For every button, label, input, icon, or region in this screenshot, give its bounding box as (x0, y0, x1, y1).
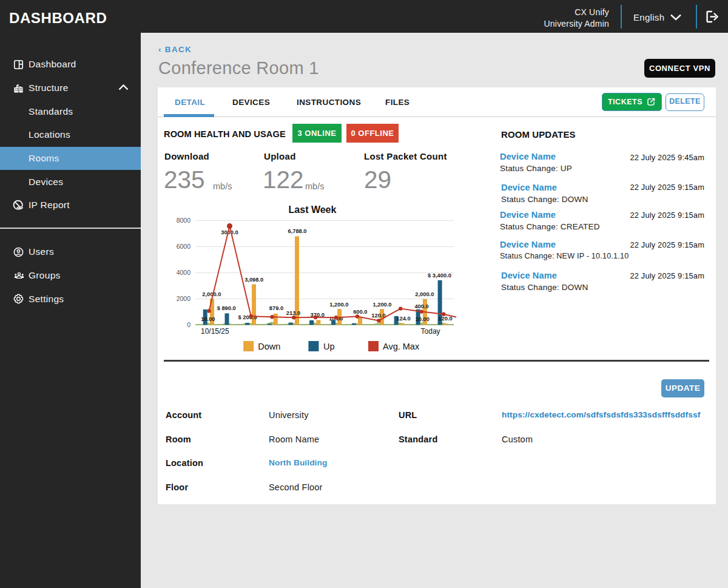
svg-text:124.0: 124.0 (396, 316, 410, 322)
svg-text:$ 3,400.0: $ 3,400.0 (428, 272, 451, 279)
svg-text:879.0: 879.0 (269, 305, 283, 311)
svg-text:10.00: 10.00 (201, 316, 215, 322)
svg-text:10/15/25: 10/15/25 (201, 327, 229, 336)
svg-text:6000: 6000 (177, 243, 191, 250)
svg-text:1,200.0: 1,200.0 (372, 302, 391, 308)
svg-text:6,788.0: 6,788.0 (288, 228, 306, 234)
svg-text:Today: Today (421, 327, 440, 336)
svg-text:3000.0: 3000.0 (221, 229, 238, 235)
svg-text:$ 200.0: $ 200.0 (238, 314, 257, 320)
svg-text:10.00: 10.00 (416, 316, 430, 322)
svg-text:0: 0 (187, 321, 190, 328)
svg-text:400.0: 400.0 (414, 303, 428, 309)
svg-text:600.0: 600.0 (353, 309, 367, 315)
svg-text:2000: 2000 (177, 295, 191, 302)
svg-text:2,000.0: 2,000.0 (202, 291, 221, 297)
svg-text:Avg. Max: Avg. Max (383, 342, 420, 351)
svg-text:8000: 8000 (177, 217, 191, 224)
svg-text:120.0: 120.0 (438, 316, 452, 322)
svg-text:Last Week: Last Week (289, 204, 337, 215)
svg-text:Up: Up (323, 342, 335, 351)
svg-text:2,000.0: 2,000.0 (415, 291, 434, 297)
svg-text:$ 890.0: $ 890.0 (217, 305, 236, 311)
svg-text:3,098.0: 3,098.0 (244, 277, 263, 283)
svg-text:213.0: 213.0 (286, 310, 300, 316)
svg-text:Down: Down (258, 342, 280, 351)
svg-text:4000: 4000 (177, 269, 191, 276)
svg-text:1,200.0: 1,200.0 (329, 302, 348, 308)
